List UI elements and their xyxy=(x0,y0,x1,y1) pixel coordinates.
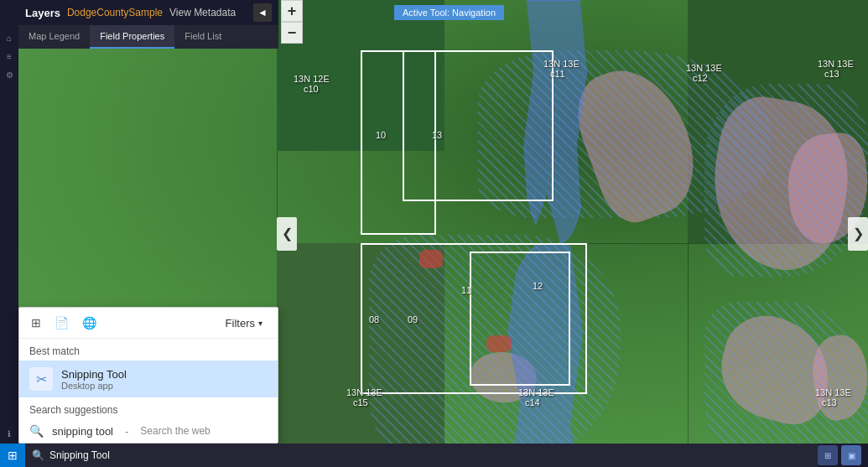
section-label: c14 xyxy=(525,397,540,407)
sidebar: ⌂ ≡ ⚙ ℹ xyxy=(0,0,18,467)
red-zone xyxy=(419,250,443,268)
tab-field-list[interactable]: Field List xyxy=(174,25,231,49)
section-label: 09 xyxy=(408,314,418,324)
sample-link[interactable]: DodgeCountySample xyxy=(67,7,163,18)
windows-icon: ⊞ xyxy=(8,449,18,462)
section-label: c10 xyxy=(304,84,319,94)
sidebar-icon-home[interactable]: ⌂ xyxy=(1,29,18,46)
suggestion-link[interactable]: Search the web xyxy=(140,425,210,437)
section-label: 13N 13E xyxy=(543,59,580,69)
section-label: 13N 12E xyxy=(294,74,330,84)
tab-map-legend[interactable]: Map Legend xyxy=(18,25,90,49)
taskbar-search-area[interactable]: 🔍 xyxy=(25,444,818,467)
taskbar-search-icon: 🔍 xyxy=(32,449,44,461)
flood-hatch xyxy=(704,302,868,467)
filters-button[interactable]: Filters ▾ xyxy=(221,315,268,331)
taskbar-right: ⊞ ▣ xyxy=(818,445,868,465)
section-label: c11 xyxy=(550,69,565,79)
metadata-link[interactable]: View Metadata xyxy=(169,7,236,18)
section-label: c12 xyxy=(693,73,708,83)
taskbar-btn-1[interactable]: ⊞ xyxy=(818,445,838,465)
section-label: 13N 13E xyxy=(518,387,554,397)
nav-left-arrow[interactable]: ❮ xyxy=(277,217,297,251)
section-label: c13 xyxy=(822,397,837,407)
red-zone xyxy=(486,335,512,352)
chevron-down-icon: ▾ xyxy=(258,319,262,328)
parcel-boundary xyxy=(403,50,554,201)
grid-icon-tab[interactable]: ⊞ xyxy=(29,314,43,331)
section-label: 13N 13E xyxy=(346,387,382,397)
tab-bar: Map Legend Field Properties Field List xyxy=(18,25,278,49)
icon-tabs: ⊞ 📄 🌐 xyxy=(29,314,98,331)
section-label: 13N 13E xyxy=(818,59,854,69)
taskbar-btn-2[interactable]: ▣ xyxy=(841,445,861,465)
start-button[interactable]: ⊞ xyxy=(0,444,25,467)
result-sub: Desktop app xyxy=(61,381,268,391)
section-label: 10 xyxy=(376,130,386,140)
zoom-in-button[interactable]: + xyxy=(281,0,303,22)
taskbar: ⊞ 🔍 ⊞ ▣ xyxy=(0,444,868,467)
taskbar-search-input[interactable] xyxy=(49,449,811,461)
section-label: 13 xyxy=(432,130,442,140)
layers-header: Layers DodgeCountySample View Metadata ◄ xyxy=(18,0,278,25)
collapse-button[interactable]: ◄ xyxy=(253,3,272,22)
layers-title: Layers xyxy=(25,7,60,19)
best-match-label: Best match xyxy=(19,339,278,361)
section-label: 08 xyxy=(369,314,379,324)
section-label: c15 xyxy=(353,397,368,407)
web-icon-tab[interactable]: 🌐 xyxy=(81,314,98,331)
suggestion-separator: - xyxy=(125,425,128,438)
flood-hatch xyxy=(704,84,868,277)
zoom-controls: + − xyxy=(281,0,303,44)
section-label: 12 xyxy=(533,281,543,291)
active-tool-badge: Active Tool: Navigation xyxy=(394,5,504,20)
result-name: Snipping Tool xyxy=(61,368,268,381)
document-icon-tab[interactable]: 📄 xyxy=(53,314,70,331)
zoom-out-button[interactable]: − xyxy=(281,22,303,44)
sidebar-icon-info[interactable]: ℹ xyxy=(1,425,18,442)
sidebar-icon-tools[interactable]: ⚙ xyxy=(1,66,18,83)
sidebar-icon-layers[interactable]: ≡ xyxy=(1,48,18,65)
suggestion-text: snipping tool xyxy=(52,425,113,438)
tab-field-properties[interactable]: Field Properties xyxy=(90,25,174,49)
result-text-block: Snipping Tool Desktop app xyxy=(61,368,268,391)
suggestions-label: Search suggestions xyxy=(19,397,278,419)
search-dropdown: ⊞ 📄 🌐 Filters ▾ Best match ✂ Snipping To… xyxy=(18,307,278,444)
nav-right-arrow[interactable]: ❯ xyxy=(848,217,868,251)
search-dropdown-header: ⊞ 📄 🌐 Filters ▾ xyxy=(19,308,278,339)
search-suggestion-item[interactable]: 🔍 snipping tool - Search the web xyxy=(19,419,278,443)
section-label: c13 xyxy=(824,69,839,79)
snipping-tool-result[interactable]: ✂ Snipping Tool Desktop app xyxy=(19,361,278,397)
layers-panel: Layers DodgeCountySample View Metadata ◄… xyxy=(18,0,278,49)
search-icon: 🔍 xyxy=(29,424,44,438)
section-label: 13N 13E xyxy=(686,63,722,73)
parcel-boundary xyxy=(470,252,570,386)
section-label: 11 xyxy=(461,285,471,295)
section-label: 13N 13E xyxy=(815,387,851,397)
snipping-tool-icon: ✂ xyxy=(29,367,53,391)
